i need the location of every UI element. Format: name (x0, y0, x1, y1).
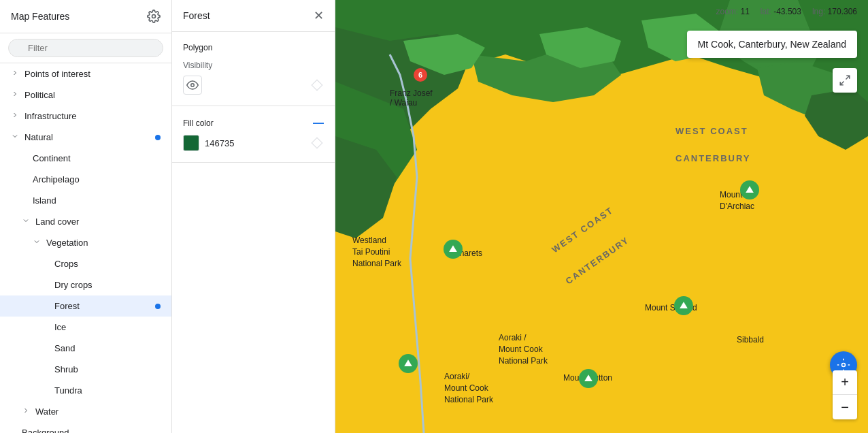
nav-label-background: Background (22, 428, 69, 433)
nav-label-forest: Forest (54, 301, 80, 311)
lng-value: 170.306 (828, 7, 857, 16)
nav-item-water[interactable]: Water (0, 401, 171, 422)
nav-item-land-cover[interactable]: Land cover (0, 211, 171, 232)
color-picker-row: 146735 (183, 135, 234, 151)
visibility-diamond[interactable] (310, 78, 324, 92)
svg-point-0 (152, 15, 156, 18)
nav-item-sand[interactable]: Sand (0, 338, 171, 359)
fullscreen-button[interactable] (833, 68, 857, 93)
nav-item-tundra[interactable]: Tundra (0, 380, 171, 401)
svg-point-20 (842, 364, 846, 367)
active-dot-forest (155, 304, 161, 309)
nav-label-natural: Natural (24, 132, 53, 142)
map-area[interactable]: zoom: 11 lat: -43.503 lng: 170.306 Mt Co… (335, 0, 868, 433)
nav-label-points-of-interest: Points of interest (24, 69, 90, 79)
forest-detail-panel: Forest ✕ Polygon Visibility Fill color — (172, 0, 335, 433)
zoom-label: zoom: 11 (716, 7, 749, 16)
svg-point-4 (191, 84, 195, 87)
location-text: Mt Cook, Canterbury, New Zealand (698, 39, 846, 50)
nav-label-political: Political (24, 90, 55, 100)
active-dot-natural (155, 135, 161, 140)
nav-item-island[interactable]: Island (0, 190, 171, 211)
filter-input[interactable] (8, 39, 163, 57)
forest-panel-header: Forest ✕ (172, 0, 335, 32)
settings-button[interactable] (147, 10, 161, 23)
nav-item-archipelago[interactable]: Archipelago (0, 169, 171, 190)
nav-label-infrastructure: Infrastructure (24, 111, 77, 121)
fill-color-label: Fill color (183, 118, 214, 128)
fill-color-diamond[interactable] (310, 136, 324, 150)
nav-item-points-of-interest[interactable]: Points of interest (0, 63, 171, 84)
hex-value[interactable]: 146735 (205, 138, 234, 148)
chevron-icon-points-of-interest (11, 69, 22, 79)
nav-item-infrastructure[interactable]: Infrastructure (0, 106, 171, 127)
lng-label: lng: 170.306 (812, 7, 857, 16)
fill-color-section: Fill color — 146735 (172, 106, 335, 163)
fill-color-minus[interactable]: — (313, 117, 324, 129)
color-swatch[interactable] (183, 135, 199, 151)
chevron-icon-vegetation (33, 238, 44, 248)
map-svg (335, 0, 868, 433)
nav-label-ice: Ice (54, 322, 66, 332)
map-coordinates-bar: zoom: 11 lat: -43.503 lng: 170.306 (705, 0, 868, 23)
left-panel: Map Features Points of interestPolitical… (0, 0, 172, 433)
chevron-icon-infrastructure (11, 111, 22, 121)
visibility-toggle[interactable] (183, 76, 202, 95)
nav-label-land-cover: Land cover (35, 216, 79, 227)
polygon-section: Polygon Visibility (172, 32, 335, 106)
nav-label-continent: Continent (33, 153, 71, 163)
nav-label-vegetation: Vegetation (46, 238, 88, 248)
lat-label: lat: -43.503 (761, 7, 801, 16)
nav-item-shrub[interactable]: Shrub (0, 359, 171, 380)
nav-item-continent[interactable]: Continent (0, 148, 171, 169)
zoom-in-button[interactable]: + (833, 370, 857, 395)
zoom-out-button[interactable]: − (833, 395, 857, 419)
nav-item-crops[interactable]: Crops (0, 253, 171, 274)
nav-label-crops: Crops (54, 259, 78, 269)
fill-color-row: 146735 (183, 135, 324, 151)
road-marker-6: 6 (414, 68, 427, 82)
nav-label-sand: Sand (54, 343, 75, 353)
chevron-icon-natural (11, 132, 22, 142)
map-features-title: Map Features (11, 11, 69, 22)
location-box: Mt Cook, Canterbury, New Zealand (687, 31, 857, 58)
chevron-icon-political (11, 90, 22, 100)
nav-item-political[interactable]: Political (0, 84, 171, 106)
left-panel-header: Map Features (0, 0, 171, 33)
nav-label-island: Island (33, 195, 56, 206)
nav-item-dry-crops[interactable]: Dry crops (0, 274, 171, 295)
nav-item-forest[interactable]: Forest (0, 295, 171, 317)
nav-item-background[interactable]: Background (0, 422, 171, 433)
forest-title: Forest (183, 10, 210, 21)
lat-value: -43.503 (773, 7, 801, 16)
nav-list: Points of interestPoliticalInfrastructur… (0, 63, 171, 433)
close-button[interactable]: ✕ (314, 10, 324, 22)
nav-item-ice[interactable]: Ice (0, 317, 171, 338)
nav-label-tundra: Tundra (54, 385, 82, 396)
visibility-label: Visibility (183, 61, 324, 70)
chevron-icon-land-cover (22, 216, 33, 227)
nav-label-archipelago: Archipelago (33, 174, 80, 185)
filter-bar (0, 33, 171, 63)
zoom-value: 11 (740, 7, 749, 16)
svg-line-18 (846, 76, 850, 79)
nav-label-water: Water (35, 406, 59, 417)
nav-item-vegetation[interactable]: Vegetation (0, 232, 171, 253)
chevron-icon-water (22, 406, 33, 417)
svg-line-19 (840, 82, 844, 85)
polygon-label: Polygon (183, 43, 324, 52)
nav-label-dry-crops: Dry crops (54, 280, 93, 290)
nav-item-natural[interactable]: Natural (0, 127, 171, 148)
visibility-row (183, 76, 324, 95)
zoom-controls: + − (833, 370, 857, 419)
nav-label-shrub: Shrub (54, 364, 78, 374)
